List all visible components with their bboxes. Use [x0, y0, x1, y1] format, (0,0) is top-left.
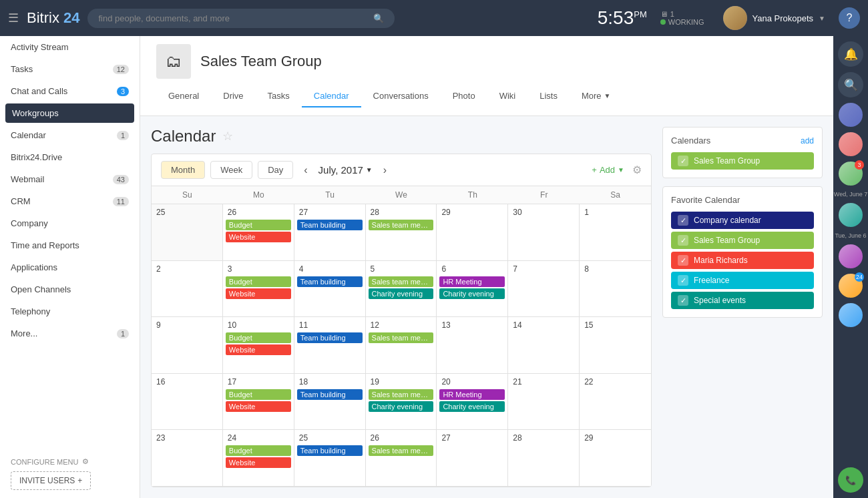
- table-row[interactable]: 19Sales team meetingCharity evening: [366, 374, 437, 430]
- list-item[interactable]: Budget: [226, 276, 291, 287]
- search-bar[interactable]: 🔍: [87, 9, 395, 28]
- list-item[interactable]: Budget: [226, 445, 291, 456]
- table-row[interactable]: 8: [580, 261, 651, 317]
- checkbox-sales[interactable]: ✓: [678, 156, 688, 166]
- week-view-button[interactable]: Week: [210, 161, 252, 179]
- list-item[interactable]: Sales team meeting: [369, 445, 434, 456]
- nav-general[interactable]: General: [156, 85, 211, 107]
- table-row[interactable]: 30: [508, 204, 580, 260]
- table-row[interactable]: 29: [580, 430, 651, 486]
- list-item[interactable]: Charity evening: [369, 401, 434, 412]
- nav-lists[interactable]: Lists: [527, 85, 570, 107]
- calendar-item-freelance[interactable]: ✓ Freelance: [671, 272, 814, 289]
- table-row[interactable]: 25Team building: [294, 430, 366, 486]
- nav-photo[interactable]: Photo: [441, 85, 487, 107]
- table-row[interactable]: 29: [437, 204, 508, 260]
- list-item[interactable]: Sales team meeting: [369, 332, 434, 343]
- sidebar-item-channels[interactable]: Open Channels: [0, 278, 140, 300]
- list-item[interactable]: Charity evening: [439, 288, 505, 299]
- sidebar-item-crm[interactable]: CRM 11: [0, 190, 140, 212]
- table-row[interactable]: 26Sales team meeting: [366, 430, 437, 486]
- calendar-item-company[interactable]: ✓ Company calendar: [671, 212, 814, 229]
- search-input[interactable]: [98, 13, 368, 23]
- list-item[interactable]: Budget: [226, 220, 291, 230]
- checkbox-special[interactable]: ✓: [678, 295, 688, 306]
- calendar-settings-icon[interactable]: ⚙: [632, 164, 642, 176]
- table-row[interactable]: 28: [508, 430, 580, 486]
- list-item[interactable]: Website: [226, 457, 291, 468]
- sidebar-item-drive[interactable]: Bitrix24.Drive: [0, 146, 140, 168]
- avatar-3[interactable]: 3: [839, 162, 863, 186]
- list-item[interactable]: Charity evening: [439, 401, 505, 412]
- table-row[interactable]: 12Sales team meeting: [366, 317, 437, 373]
- table-row[interactable]: 26BudgetWebsite: [223, 204, 294, 260]
- table-row[interactable]: 4Team building: [294, 261, 366, 317]
- list-item[interactable]: Sales team meeting: [369, 276, 434, 287]
- table-row[interactable]: 2: [152, 261, 223, 317]
- nav-wiki[interactable]: Wiki: [487, 85, 528, 107]
- list-item[interactable]: Website: [226, 288, 291, 299]
- month-view-button[interactable]: Month: [161, 161, 205, 179]
- list-item[interactable]: Team building: [297, 389, 363, 400]
- sidebar-item-workgroups[interactable]: Workgroups: [5, 103, 134, 123]
- table-row[interactable]: 27: [437, 430, 508, 486]
- table-row[interactable]: 18Team building: [294, 374, 366, 430]
- nav-calendar[interactable]: Calendar: [302, 85, 361, 107]
- checkbox-sales2[interactable]: ✓: [678, 235, 688, 246]
- list-item[interactable]: Website: [226, 401, 291, 412]
- avatar-4[interactable]: [839, 203, 863, 227]
- phone-button[interactable]: 📞: [838, 467, 863, 493]
- table-row[interactable]: 15: [580, 317, 651, 373]
- menu-icon[interactable]: ☰: [8, 11, 19, 25]
- table-row[interactable]: 16: [152, 374, 223, 430]
- avatar-6[interactable]: 24: [839, 274, 863, 298]
- avatar-2[interactable]: [839, 132, 863, 156]
- sidebar-item-company[interactable]: Company: [0, 212, 140, 234]
- list-item[interactable]: Sales team meeting: [369, 220, 434, 230]
- list-item[interactable]: Website: [226, 344, 291, 355]
- sidebar-item-webmail[interactable]: Webmail 43: [0, 168, 140, 190]
- nav-more[interactable]: More ▼: [570, 85, 623, 107]
- table-row[interactable]: 5Sales team meetingCharity evening: [366, 261, 437, 317]
- list-item[interactable]: Website: [226, 232, 291, 242]
- nav-drive[interactable]: Drive: [211, 85, 255, 107]
- list-item[interactable]: HR Meeting: [439, 276, 505, 287]
- checkbox-freelance[interactable]: ✓: [678, 275, 688, 286]
- help-button[interactable]: ?: [839, 7, 860, 29]
- table-row[interactable]: 23: [152, 430, 223, 486]
- calendar-item-sales[interactable]: ✓ Sales Team Group: [671, 152, 814, 170]
- sidebar-item-apps[interactable]: Applications: [0, 256, 140, 278]
- table-row[interactable]: 7: [508, 261, 580, 317]
- table-row[interactable]: 3BudgetWebsite: [223, 261, 294, 317]
- table-row[interactable]: 13: [437, 317, 508, 373]
- prev-month-button[interactable]: ‹: [298, 162, 312, 179]
- list-item[interactable]: Charity evening: [369, 288, 434, 299]
- table-row[interactable]: 27Team building: [294, 204, 366, 260]
- table-row[interactable]: 24BudgetWebsite: [223, 430, 294, 486]
- list-item[interactable]: Sales team meeting: [369, 389, 434, 400]
- star-icon[interactable]: ☆: [222, 129, 233, 144]
- sidebar-item-tasks[interactable]: Tasks 12: [0, 58, 140, 80]
- avatar-7[interactable]: [839, 303, 863, 327]
- nav-tasks[interactable]: Tasks: [256, 85, 302, 107]
- day-view-button[interactable]: Day: [258, 161, 293, 179]
- next-month-button[interactable]: ›: [378, 162, 392, 179]
- month-label[interactable]: July, 2017 ▼: [318, 164, 373, 176]
- invite-users-button[interactable]: INVITE USERS +: [11, 471, 91, 490]
- sidebar-item-chat[interactable]: Chat and Calls 3: [0, 80, 140, 102]
- list-item[interactable]: Budget: [226, 389, 291, 400]
- list-item[interactable]: Team building: [297, 220, 363, 230]
- configure-menu[interactable]: CONFIGURE MENU ⚙: [11, 457, 129, 466]
- calendar-item-sales2[interactable]: ✓ Sales Team Group: [671, 232, 814, 249]
- list-item[interactable]: HR Meeting: [439, 389, 505, 400]
- sidebar-item-telephony[interactable]: Telephony: [0, 300, 140, 322]
- calendar-item-maria[interactable]: ✓ Maria Richards: [671, 252, 814, 269]
- table-row[interactable]: 1: [580, 204, 651, 260]
- list-item[interactable]: Team building: [297, 276, 363, 287]
- add-event-button[interactable]: + Add ▼: [592, 165, 624, 175]
- list-item[interactable]: Team building: [297, 332, 363, 343]
- nav-conversations[interactable]: Conversations: [361, 85, 441, 107]
- sidebar-item-time[interactable]: Time and Reports: [0, 234, 140, 256]
- sidebar-item-more[interactable]: More... 1: [0, 322, 140, 344]
- table-row[interactable]: 25: [152, 204, 223, 260]
